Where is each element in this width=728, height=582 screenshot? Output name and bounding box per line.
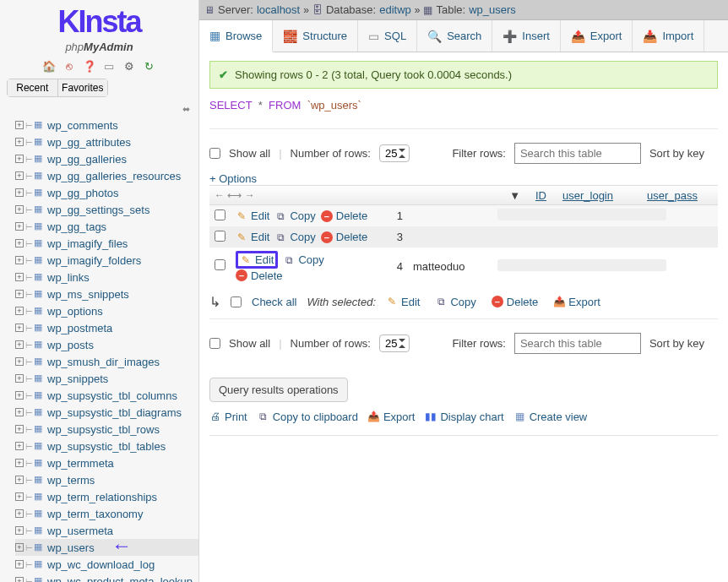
tab-structure[interactable]: 🧱Structure [273,20,358,52]
expand-icon[interactable]: + [15,138,24,146]
tree-item-wp_smush_dir_images[interactable]: +⊢▦wp_smush_dir_images [15,353,198,370]
tree-item-wp_terms[interactable]: +⊢▦wp_terms [15,471,198,488]
tree-item-label[interactable]: wp_termmeta [47,457,114,470]
expand-icon[interactable]: + [15,425,24,433]
row-checkbox[interactable] [215,209,225,220]
tree-item-wp_gg_tags[interactable]: +⊢▦wp_gg_tags [15,218,198,235]
tree-item-label[interactable]: wp_options [47,305,103,318]
row-checkbox[interactable] [215,259,225,270]
tree-item-wp_gg_galleries_resources[interactable]: +⊢▦wp_gg_galleries_resources [15,167,198,184]
expand-icon[interactable]: + [15,374,24,383]
logout-icon[interactable]: ⎋ [62,60,76,73]
expand-icon[interactable]: + [15,560,24,568]
tree-item-label[interactable]: wp_supsystic_tbl_rows [47,423,160,436]
tab-browse[interactable]: ▦Browse [199,20,273,52]
numrows-select[interactable]: 25 [379,144,410,162]
tree-item-label[interactable]: wp_terms [47,474,95,487]
tree-item-wp_gg_attributes[interactable]: +⊢▦wp_gg_attributes [15,133,198,150]
row-edit[interactable]: ✎Edit [236,209,269,222]
tree-item-label[interactable]: wp_term_relationships [47,491,157,503]
expand-icon[interactable]: + [15,391,24,400]
tree-item-wp_gg_photos[interactable]: +⊢▦wp_gg_photos [15,184,198,201]
tree-item-wp_users[interactable]: +⊢▦wp_users [15,539,198,556]
expand-icon[interactable]: + [15,324,24,332]
row-delete[interactable]: –Delete [236,269,283,282]
tree-item-label[interactable]: wp_imagify_files [47,237,128,250]
showall-checkbox[interactable] [209,148,220,159]
qop-export[interactable]: 📤Export [368,411,416,423]
expand-icon[interactable]: + [15,526,24,535]
expand-icon[interactable]: + [15,205,24,214]
tree-item-wp_supsystic_tbl_tables[interactable]: +⊢▦wp_supsystic_tbl_tables [15,438,198,454]
tree-item-label[interactable]: wp_gg_attributes [47,136,131,149]
collapse-handle-icon[interactable]: ⬌ [0,102,198,117]
expand-icon[interactable]: + [15,171,24,180]
tree-item-label[interactable]: wp_gg_galleries_resources [47,170,181,182]
col-user-pass[interactable]: user_pass [640,189,704,202]
tree-item-label[interactable]: wp_wc_download_log [47,558,155,571]
expand-icon[interactable]: + [15,442,24,450]
tree-item-label[interactable]: wp_gg_tags [47,220,106,233]
expand-icon[interactable]: + [15,188,24,197]
expand-icon[interactable]: + [15,239,24,247]
tree-item-label[interactable]: wp_gg_settings_sets [47,204,149,216]
crumb-database[interactable]: editwp [379,3,411,16]
tree-item-wp_ms_snippets[interactable]: +⊢▦wp_ms_snippets [15,286,198,302]
tree-item-label[interactable]: wp_supsystic_tbl_columns [47,389,177,402]
tree-item-label[interactable]: wp_gg_galleries [47,153,127,166]
expand-icon[interactable]: + [15,577,24,582]
expand-icon[interactable]: + [15,509,24,518]
row-edit[interactable]: ✎Edit [236,231,269,243]
tree-item-label[interactable]: wp_postmeta [47,322,112,335]
expand-icon[interactable]: + [15,543,24,552]
tree-item-label[interactable]: wp_comments [47,119,118,132]
tree-item-wp_usermeta[interactable]: +⊢▦wp_usermeta [15,522,198,539]
numrows-select-2[interactable]: 25 [379,335,410,352]
reload-icon[interactable]: ↻ [143,60,156,73]
filter-input[interactable] [514,143,641,164]
filter-input-2[interactable] [514,333,641,354]
tree-item-wp_term_taxonomy[interactable]: +⊢▦wp_term_taxonomy [15,505,198,522]
tree-item-label[interactable]: wp_imagify_folders [47,254,141,267]
tree-item-wp_termmeta[interactable]: +⊢▦wp_termmeta [15,454,198,471]
expand-icon[interactable]: + [15,256,24,264]
expand-icon[interactable]: + [15,222,24,231]
expand-icon[interactable]: + [15,340,24,349]
row-checkbox[interactable] [215,231,225,242]
row-copy[interactable]: ⧉Copy [283,253,323,266]
tree-item-label[interactable]: wp_ms_snippets [47,288,129,301]
tree-item-label[interactable]: wp_gg_photos [47,187,119,199]
expand-icon[interactable]: + [15,290,24,298]
bulk-edit[interactable]: ✎Edit [386,296,420,308]
row-delete[interactable]: –Delete [321,209,368,222]
tree-item-label[interactable]: wp_snippets [47,373,108,385]
tree-item-label[interactable]: wp_smush_dir_images [47,356,160,368]
qop-view[interactable]: ▦Create view [514,411,588,423]
tree-item-label[interactable]: wp_supsystic_tbl_diagrams [47,406,182,419]
tree-item-wp_imagify_files[interactable]: +⊢▦wp_imagify_files [15,235,198,252]
expand-icon[interactable]: + [15,492,24,501]
recent-favorites-toggle[interactable]: Recent Favorites [7,79,108,97]
crumb-server[interactable]: localhost [257,3,300,16]
col-id[interactable]: ID [529,189,556,202]
home-icon[interactable]: 🏠 [42,60,56,73]
tree-item-wp_posts[interactable]: +⊢▦wp_posts [15,336,198,353]
tree-item-wp_snippets[interactable]: +⊢▦wp_snippets [15,370,198,387]
crumb-table[interactable]: wp_users [469,3,516,16]
tree-item-wp_term_relationships[interactable]: +⊢▦wp_term_relationships [15,488,198,505]
tree-item-label[interactable]: wp_usermeta [47,525,113,537]
tree-item-label[interactable]: wp_links [47,271,90,284]
expand-icon[interactable]: + [15,476,24,484]
tree-item-wp_links[interactable]: +⊢▦wp_links [15,269,198,286]
tree-item-wp_postmeta[interactable]: +⊢▦wp_postmeta [15,319,198,336]
expand-icon[interactable]: + [15,408,24,416]
docs-icon[interactable]: ❓ [83,60,96,73]
expand-icon[interactable]: + [15,155,24,163]
tree-item-wp_imagify_folders[interactable]: +⊢▦wp_imagify_folders [15,252,198,269]
qop-print[interactable]: 🖨Print [209,411,247,423]
tree-item-wp_supsystic_tbl_columns[interactable]: +⊢▦wp_supsystic_tbl_columns [15,387,198,404]
sort-indicator-icon[interactable]: ▼ [378,189,529,202]
col-resize-handles[interactable]: ← ⟷ → [209,189,378,201]
tree-item-wp_supsystic_tbl_rows[interactable]: +⊢▦wp_supsystic_tbl_rows [15,421,198,438]
tree-item-label[interactable]: wp_posts [47,339,94,351]
